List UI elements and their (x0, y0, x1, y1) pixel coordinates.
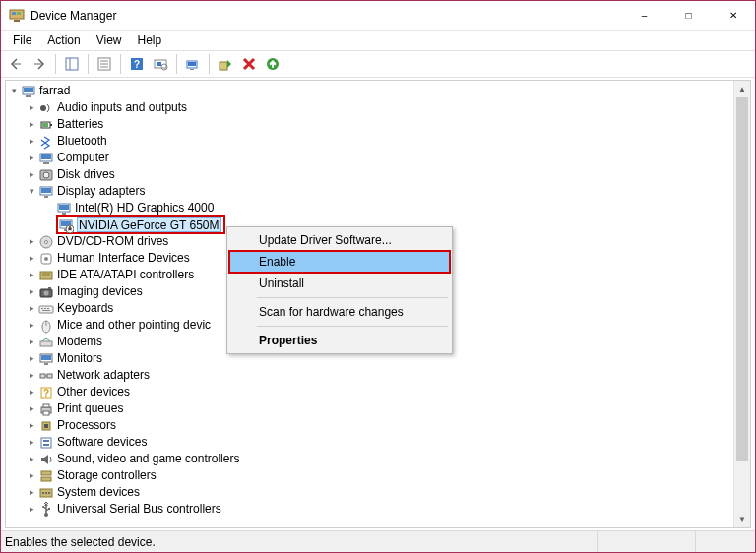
svg-rect-52 (39, 306, 53, 313)
tree-category-network[interactable]: ▸Network adapters (8, 367, 750, 384)
tree-category-print[interactable]: ▸Print queues (8, 400, 750, 417)
tree-category-battery[interactable]: ▸Batteries (8, 116, 750, 133)
tree-category-usb[interactable]: ▸Universal Serial Bus controllers (8, 501, 750, 518)
chevron-right-icon[interactable]: ▸ (26, 253, 37, 265)
chevron-right-icon[interactable]: ▸ (26, 153, 37, 164)
tree-category-storage[interactable]: ▸Storage controllers (8, 467, 750, 484)
chevron-right-icon[interactable]: ▸ (26, 470, 37, 482)
tree-node-label: Computer (57, 150, 109, 166)
tree-node-label: Universal Serial Bus controllers (57, 501, 221, 518)
scan-changes-button[interactable] (262, 53, 284, 75)
menu-file[interactable]: File (5, 31, 39, 49)
update-driver-button[interactable] (182, 53, 204, 75)
scroll-up-button[interactable]: ▲ (734, 81, 750, 97)
tree-category-bluetooth[interactable]: ▸Bluetooth (8, 133, 750, 150)
svg-text:?: ? (43, 388, 49, 399)
chevron-down-icon[interactable]: ▾ (8, 86, 20, 97)
menu-action[interactable]: Action (39, 31, 88, 49)
chevron-right-icon[interactable]: ▸ (26, 270, 37, 281)
chevron-right-icon[interactable]: ▸ (26, 286, 37, 298)
toolbar-separator (88, 54, 89, 74)
tree-node-label: Human Interface Devices (57, 250, 190, 267)
chevron-right-icon[interactable]: ▸ (26, 387, 37, 399)
chevron-right-icon[interactable]: ▸ (26, 420, 37, 432)
ctx-uninstall[interactable]: Uninstall (229, 273, 450, 294)
chevron-right-icon[interactable]: ▸ (26, 320, 37, 332)
tree-category-disk[interactable]: ▸Disk drives (8, 166, 750, 183)
svg-point-43 (45, 240, 48, 243)
scroll-down-button[interactable]: ▼ (734, 511, 750, 527)
tree-category-processor[interactable]: ▸Processors (8, 417, 750, 434)
enable-button[interactable] (215, 53, 236, 75)
maximize-button[interactable]: □ (666, 1, 711, 30)
uninstall-button[interactable] (238, 53, 260, 75)
ctx-properties[interactable]: Properties (229, 330, 450, 351)
tree-category-audio[interactable]: ▸Audio inputs and outputs (8, 99, 750, 116)
chevron-right-icon[interactable]: ▸ (26, 236, 37, 248)
svg-rect-72 (44, 424, 48, 428)
chevron-right-icon[interactable]: ▸ (26, 403, 37, 415)
chevron-right-icon[interactable]: ▸ (26, 437, 37, 449)
minimize-button[interactable]: – (622, 1, 666, 30)
svg-rect-1 (12, 12, 16, 15)
show-hide-tree-button[interactable] (61, 53, 83, 75)
chevron-right-icon[interactable]: ▸ (26, 337, 37, 348)
toolbar: ? (1, 50, 755, 78)
properties-button[interactable] (94, 53, 115, 75)
tree-category-display[interactable]: ▾Display adapters (8, 183, 750, 200)
ctx-scan-hardware[interactable]: Scan for hardware changes (229, 301, 450, 323)
other-icon: ? (38, 385, 54, 400)
status-cell-2 (598, 531, 696, 552)
svg-rect-28 (41, 154, 51, 159)
close-button[interactable]: ✕ (711, 1, 755, 30)
svg-rect-33 (41, 188, 51, 193)
tree-node-label: Mice and other pointing devic (57, 317, 211, 334)
forward-button[interactable] (29, 53, 50, 75)
ide-icon (38, 268, 54, 283)
chevron-right-icon[interactable]: ▸ (26, 454, 37, 465)
menu-view[interactable]: View (89, 31, 130, 49)
tree-category-computer[interactable]: ▸Computer (8, 150, 750, 166)
svg-rect-3 (14, 20, 20, 22)
vertical-scrollbar[interactable]: ▲ ▼ (733, 81, 750, 527)
svg-rect-16 (188, 62, 196, 66)
tree-category-sound[interactable]: ▸Sound, video and game controllers (8, 451, 750, 467)
chevron-right-icon[interactable]: ▸ (26, 370, 37, 382)
chevron-right-icon[interactable]: ▸ (26, 303, 37, 315)
svg-rect-69 (43, 404, 49, 407)
chevron-right-icon[interactable]: ▸ (26, 136, 37, 148)
window-controls: – □ ✕ (622, 1, 755, 30)
svg-rect-61 (41, 355, 51, 360)
svg-rect-56 (42, 310, 50, 311)
tree-node-label: Sound, video and game controllers (57, 451, 239, 467)
chevron-right-icon[interactable]: ▸ (26, 487, 37, 499)
menu-help[interactable]: Help (130, 31, 170, 49)
chevron-right-icon[interactable]: ▸ (26, 119, 37, 131)
ctx-enable[interactable]: Enable (229, 251, 450, 273)
chevron-down-icon[interactable]: ▾ (26, 186, 37, 198)
chevron-right-icon[interactable]: ▸ (26, 102, 37, 114)
storage-icon (38, 468, 54, 484)
tree-category-system[interactable]: ▸System devices (8, 484, 750, 501)
monitor-icon (38, 351, 54, 367)
modem-icon (38, 335, 54, 350)
scroll-thumb[interactable] (736, 97, 748, 461)
tree-node-label: Disk drives (57, 166, 115, 183)
scan-hardware-button[interactable] (150, 53, 171, 75)
ctx-update-driver[interactable]: Update Driver Software... (229, 229, 450, 251)
tree-node-label: Other devices (57, 384, 130, 400)
svg-rect-25 (50, 124, 52, 126)
tree-root[interactable]: ▾farrad (8, 83, 750, 99)
display-icon (56, 201, 72, 216)
svg-rect-77 (41, 477, 51, 481)
chevron-right-icon[interactable]: ▸ (26, 504, 37, 516)
disk-icon (38, 167, 54, 183)
computer-icon (21, 84, 36, 99)
back-button[interactable] (5, 53, 27, 75)
help-button[interactable]: ? (126, 53, 148, 75)
chevron-right-icon[interactable]: ▸ (26, 353, 37, 365)
chevron-right-icon[interactable]: ▸ (26, 169, 37, 181)
tree-device[interactable]: Intel(R) HD Graphics 4000 (8, 200, 750, 216)
tree-category-other[interactable]: ▸?Other devices (8, 384, 750, 400)
tree-category-software[interactable]: ▸Software devices (8, 434, 750, 451)
